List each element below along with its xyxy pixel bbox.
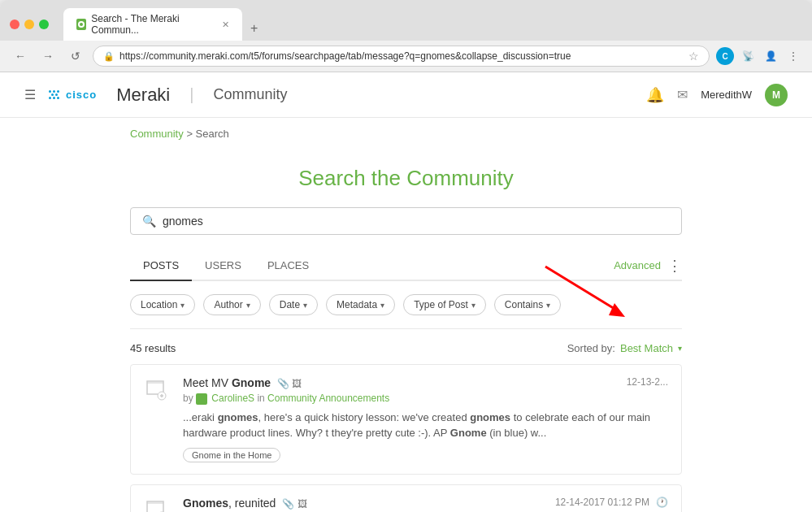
result-tags: Gnome in the Home — [183, 448, 668, 462]
tab-close-button[interactable]: ✕ — [222, 20, 229, 30]
result-title-row: Meet MV Gnome 📎 🖼 12-13-2... — [183, 376, 668, 389]
type-of-post-filter-arrow: ▾ — [471, 301, 475, 310]
sort-dropdown-arrow[interactable]: ▾ — [678, 344, 682, 353]
result-tabs: POSTS USERS PLACES Advanced ⋮ — [130, 251, 682, 281]
username[interactable]: MeredithW — [701, 89, 752, 101]
active-tab[interactable]: Search - The Meraki Commun... ✕ — [63, 8, 242, 41]
star-icon[interactable]: ☆ — [688, 50, 699, 63]
tab-users[interactable]: USERS — [192, 251, 254, 281]
new-tab-button[interactable]: + — [242, 16, 266, 41]
traffic-lights — [10, 20, 49, 29]
svg-point-1 — [80, 23, 83, 26]
filter-row: Location ▾ Author ▾ Date ▾ Metadata ▾ Ty… — [130, 294, 682, 329]
minimize-window-button[interactable] — [24, 20, 34, 29]
extensions-icon[interactable]: C — [716, 47, 734, 65]
date-filter-arrow: ▾ — [303, 301, 307, 310]
metadata-filter-arrow: ▾ — [380, 301, 384, 310]
back-button[interactable]: ← — [10, 46, 31, 67]
breadcrumb: Community > Search — [0, 118, 812, 150]
breadcrumb-community-link[interactable]: Community — [130, 128, 184, 140]
tab-places[interactable]: PLACES — [254, 251, 322, 281]
title-highlight: Gnome — [232, 376, 271, 389]
site-nav: ☰ — [0, 72, 812, 118]
close-window-button[interactable] — [10, 20, 20, 29]
tag-pill[interactable]: Gnome in the Home — [183, 448, 280, 462]
sort-label: Sorted by: — [567, 342, 615, 354]
author-filter-arrow: ▾ — [246, 301, 250, 310]
results-header: 45 results Sorted by: Best Match ▾ — [130, 342, 682, 354]
result-title: Meet MV Gnome 📎 🖼 — [183, 376, 302, 389]
author-link[interactable]: CarolineS — [211, 393, 254, 404]
post-icon — [144, 497, 173, 512]
result-date: 12-14-2017 01:12 PM — [555, 497, 649, 508]
author-filter[interactable]: Author ▾ — [203, 294, 260, 315]
page-content: ☰ — [0, 72, 812, 512]
hamburger-icon[interactable]: ☰ — [24, 87, 36, 102]
avatar[interactable]: M — [765, 84, 788, 106]
browser-menu-icon[interactable]: ⋮ — [784, 47, 802, 65]
sort-controls: Sorted by: Best Match ▾ — [567, 342, 682, 354]
page-title: Search the Community — [130, 166, 682, 191]
nav-right: 🔔 ✉ MeredithW M — [646, 84, 788, 106]
post-icon — [144, 376, 173, 406]
title-highlight: Gnomes — [183, 497, 228, 510]
community-brand-label: Community — [213, 86, 287, 103]
browser-toolbar: ← → ↺ 🔒 https://community.meraki.com/t5/… — [0, 41, 812, 72]
brand-divider: | — [189, 85, 193, 104]
result-item: Meet MV Gnome 📎 🖼 12-13-2... by Caroline… — [130, 364, 682, 475]
nav-left: ☰ — [24, 85, 288, 106]
result-date: 12-13-2... — [627, 376, 668, 388]
sort-value-button[interactable]: Best Match — [620, 342, 673, 354]
contains-filter-arrow: ▾ — [546, 301, 550, 310]
contains-filter[interactable]: Contains ▾ — [494, 294, 561, 315]
location-filter-arrow: ▾ — [180, 301, 185, 310]
clock-icon: 🕐 — [656, 497, 668, 508]
address-bar[interactable]: 🔒 https://community.meraki.com/t5/forums… — [93, 46, 710, 67]
lock-icon: 🔒 — [103, 51, 115, 62]
more-options-icon[interactable]: ⋮ — [667, 257, 682, 275]
forward-button[interactable]: → — [37, 46, 59, 67]
metadata-filter[interactable]: Metadata ▾ — [326, 294, 395, 315]
cisco-logo: cisco — [49, 89, 97, 101]
bell-icon[interactable]: 🔔 — [646, 86, 664, 104]
location-link[interactable]: Community Announcements — [267, 393, 389, 404]
breadcrumb-current: Search — [196, 128, 229, 140]
search-section: Search the Community 🔍 POSTS USERS PLACE… — [0, 150, 812, 512]
tab-favicon — [76, 19, 86, 30]
result-title-row: Gnomes, reunited 📎 🖼 12-14-2017 01:12 PM… — [183, 497, 668, 510]
breadcrumb-separator: > — [186, 128, 193, 140]
tab-title: Search - The Meraki Commun... — [91, 13, 212, 36]
maximize-window-button[interactable] — [39, 20, 49, 29]
result-body: Meet MV Gnome 📎 🖼 12-13-2... by Caroline… — [183, 376, 668, 462]
refresh-button[interactable]: ↺ — [65, 46, 86, 67]
type-of-post-filter[interactable]: Type of Post ▾ — [403, 294, 486, 315]
search-icon: 🔍 — [142, 215, 156, 228]
result-excerpt: ...eraki gnomes, here's a quick history … — [183, 410, 668, 441]
result-body: Gnomes, reunited 📎 🖼 12-14-2017 01:12 PM… — [183, 497, 668, 512]
advanced-link[interactable]: Advanced — [614, 259, 661, 271]
location-filter[interactable]: Location ▾ — [130, 294, 195, 315]
results-count: 45 results — [130, 342, 176, 354]
toolbar-icons: C 📡 👤 ⋮ — [716, 47, 802, 65]
result-item: Gnomes, reunited 📎 🖼 12-14-2017 01:12 PM… — [130, 484, 682, 512]
cast-icon[interactable]: 📡 — [739, 47, 757, 65]
url-text: https://community.meraki.com/t5/forums/s… — [119, 50, 684, 62]
account-icon[interactable]: 👤 — [762, 47, 779, 65]
tab-bar: Search - The Meraki Commun... ✕ + — [63, 8, 266, 41]
search-box: 🔍 — [130, 207, 682, 235]
browser-titlebar: Search - The Meraki Commun... ✕ + — [0, 0, 812, 41]
tab-posts[interactable]: POSTS — [130, 251, 192, 281]
result-meta: by CarolineS in Community Announcements — [183, 393, 668, 405]
date-filter[interactable]: Date ▾ — [269, 294, 318, 315]
meraki-brand: Meraki — [116, 85, 170, 106]
search-input[interactable] — [163, 215, 670, 228]
result-title: Gnomes, reunited 📎 🖼 — [183, 497, 307, 510]
envelope-icon[interactable]: ✉ — [677, 87, 688, 102]
